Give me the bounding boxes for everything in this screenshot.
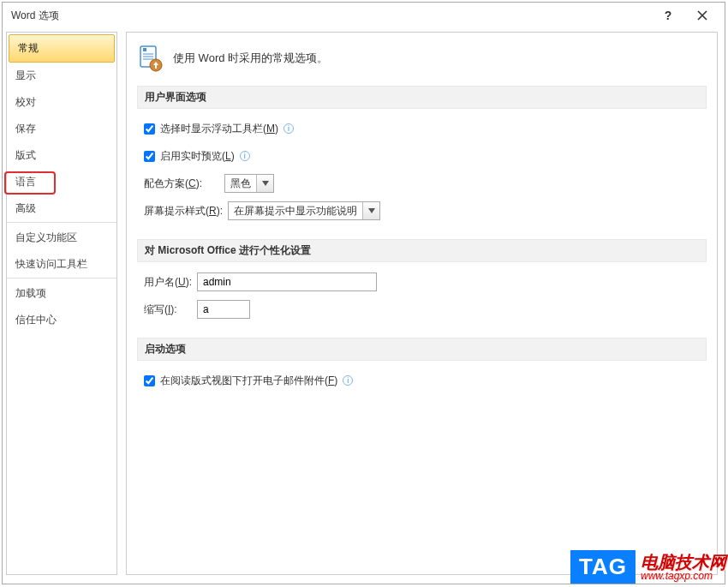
checkbox-live-preview-input[interactable] [144,151,155,162]
checkbox-mini-toolbar-label: 选择时显示浮动工具栏(M) [160,122,278,136]
page-header-text: 使用 Word 时采用的常规选项。 [173,51,328,66]
section-personalize: 用户名(U): 缩写(I): [137,271,707,338]
titlebar: Word 选项 ? [3,3,725,28]
sidebar-item-advanced[interactable]: 高级 [7,195,116,223]
screentip-style-dropdown[interactable]: 在屏幕提示中显示功能说明 [228,201,380,220]
page-header: 使用 Word 时采用的常规选项。 [137,39,707,86]
checkbox-live-preview-label: 启用实时预览(L) [160,149,235,164]
section-startup: 在阅读版式视图下打开电子邮件附件(F) i [137,369,707,409]
window-title: Word 选项 [11,9,651,23]
watermark-tag: TAG [570,550,636,584]
sidebar-item-layout[interactable]: 版式 [7,142,116,169]
checkbox-mini-toolbar[interactable]: 选择时显示浮动工具栏(M) [144,122,278,136]
section-startup-title: 启动选项 [137,338,707,361]
svg-rect-1 [143,48,146,51]
sidebar-item-general[interactable]: 常规 [9,34,115,63]
color-scheme-dropdown[interactable]: 黑色 [224,174,274,193]
info-icon[interactable]: i [240,151,250,161]
sidebar-item-quick-access[interactable]: 快速访问工具栏 [7,251,116,279]
chevron-down-icon [256,175,273,192]
checkbox-open-email-attachments-input[interactable] [144,375,155,386]
username-label: 用户名(U): [144,275,192,290]
chevron-down-icon [362,202,379,219]
section-ui: 选择时显示浮动工具栏(M) i 启用实时预览(L) i 配色方案(C): 黑色 [137,117,707,239]
dialog-body: 常规 显示 校对 保存 版式 语言 高级 自定义功能区 快速访问工具栏 加载项 … [3,28,725,584]
options-icon [137,45,164,72]
info-icon[interactable]: i [343,375,353,386]
sidebar-item-trust-center[interactable]: 信任中心 [7,307,116,333]
close-button[interactable] [685,4,719,27]
initials-input[interactable] [197,300,250,319]
username-input[interactable] [197,273,377,291]
watermark-text: 电脑技术网 www.tagxp.com [641,554,726,581]
initials-label: 缩写(I): [144,302,192,317]
close-icon [697,10,707,21]
info-icon[interactable]: i [283,123,294,134]
section-ui-title: 用户界面选项 [137,86,707,109]
sidebar-item-language[interactable]: 语言 [7,169,116,195]
window-controls: ? [651,4,719,27]
watermark: TAG 电脑技术网 www.tagxp.com [570,550,726,584]
sidebar-item-proofing[interactable]: 校对 [7,89,116,116]
sidebar-item-customize-ribbon[interactable]: 自定义功能区 [7,225,116,251]
sidebar-item-save[interactable]: 保存 [7,116,116,142]
section-personalize-title: 对 Microsoft Office 进行个性化设置 [137,239,707,262]
sidebar-item-addins[interactable]: 加载项 [7,280,116,307]
screentip-style-value: 在屏幕提示中显示功能说明 [229,204,362,219]
sidebar-item-display[interactable]: 显示 [7,63,116,89]
checkbox-open-email-attachments[interactable]: 在阅读版式视图下打开电子邮件附件(F) [144,374,337,388]
checkbox-mini-toolbar-input[interactable] [144,123,155,135]
help-button[interactable]: ? [651,4,685,27]
color-scheme-label: 配色方案(C): [144,177,219,191]
content-pane: 使用 Word 时采用的常规选项。 用户界面选项 选择时显示浮动工具栏(M) i… [126,32,718,575]
screentip-style-label: 屏幕提示样式(R): [144,204,223,219]
checkbox-live-preview[interactable]: 启用实时预览(L) [144,149,235,164]
color-scheme-value: 黑色 [225,177,256,191]
checkbox-open-email-attachments-label: 在阅读版式视图下打开电子邮件附件(F) [160,374,337,388]
dialog-window: Word 选项 ? 常规 显示 校对 保存 版式 语言 高级 自定义功能区 快速… [2,2,725,584]
watermark-line1: 电脑技术网 [641,554,726,571]
watermark-line2: www.tagxp.com [641,571,726,581]
category-sidebar: 常规 显示 校对 保存 版式 语言 高级 自定义功能区 快速访问工具栏 加载项 … [6,32,117,575]
